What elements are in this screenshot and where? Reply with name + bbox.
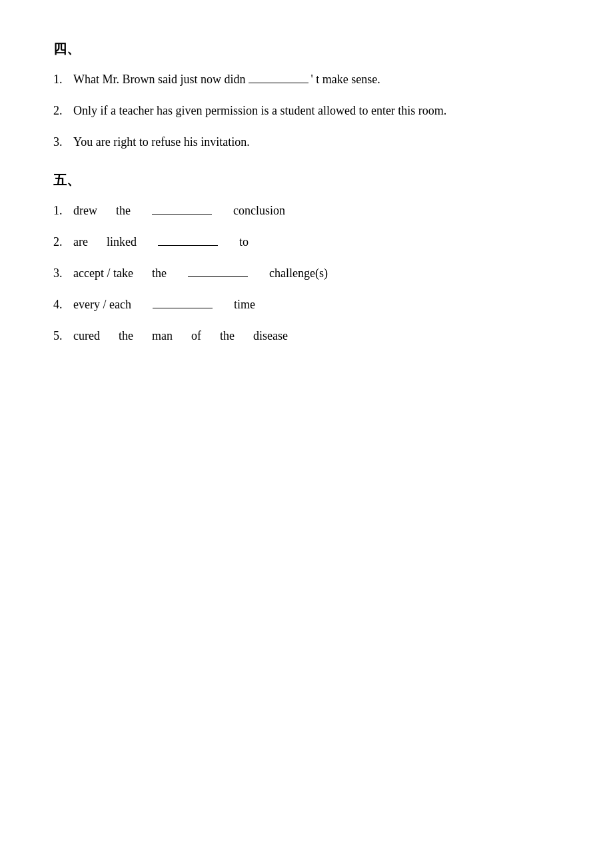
list-item: 4. every / each time [53, 295, 560, 314]
section-4: 四、 1. What Mr. Brown said just now didn'… [53, 40, 560, 151]
section-5-header: 五、 [53, 171, 560, 189]
list-item: 5. cured the man of the disease [53, 326, 560, 346]
item-content: You are right to refuse his invitation. [73, 133, 560, 152]
spaced-words: are linked to [73, 232, 249, 252]
blank-space [249, 83, 308, 83]
item-number: 5. [53, 326, 73, 346]
spaced-words: cured the man of the disease [73, 326, 288, 346]
section-5: 五、 1. drew the conclusion 2. are linked [53, 171, 560, 345]
list-item: 3. accept / take the challenge(s) [53, 264, 560, 283]
item-content: accept / take the challenge(s) [73, 264, 560, 283]
word: are [73, 232, 88, 252]
list-item: 1. What Mr. Brown said just now didn' t … [53, 70, 560, 89]
word: the [152, 264, 167, 283]
item-content: drew the conclusion [73, 201, 560, 220]
section-5-list: 1. drew the conclusion 2. are linked to [53, 201, 560, 345]
word: conclusion [233, 201, 285, 220]
word: the [116, 201, 131, 220]
word: of [191, 326, 201, 346]
item-number: 1. [53, 201, 73, 220]
word: disease [253, 326, 288, 346]
word: cured [73, 326, 100, 346]
section-4-list: 1. What Mr. Brown said just now didn' t … [53, 70, 560, 151]
spaced-words: every / each time [73, 295, 255, 314]
word: to [239, 232, 249, 252]
word: the [220, 326, 235, 346]
item-number: 1. [53, 70, 73, 89]
list-item: 3. You are right to refuse his invitatio… [53, 133, 560, 152]
word: man [152, 326, 173, 346]
item-content: are linked to [73, 232, 560, 252]
blank-space [158, 245, 218, 246]
section-4-header: 四、 [53, 40, 560, 58]
item-number: 3. [53, 133, 73, 152]
item-number: 2. [53, 232, 73, 252]
word: accept / take [73, 264, 133, 283]
word: linked [107, 232, 137, 252]
word: the [119, 326, 133, 346]
item-number: 2. [53, 101, 73, 121]
item-content: cured the man of the disease [73, 326, 560, 346]
list-item: 1. drew the conclusion [53, 201, 560, 220]
blank-space [188, 276, 248, 277]
blank-space [152, 214, 212, 215]
item-content: every / each time [73, 295, 560, 314]
item-number: 4. [53, 295, 73, 314]
word: challenge(s) [269, 264, 328, 283]
blank-space [153, 308, 213, 308]
word: every / each [73, 295, 131, 314]
item-content: Only if a teacher has given permission i… [73, 101, 560, 121]
word: time [234, 295, 255, 314]
list-item: 2. are linked to [53, 232, 560, 252]
spaced-words: accept / take the challenge(s) [73, 264, 328, 283]
item-number: 3. [53, 264, 73, 283]
word: drew [73, 201, 97, 220]
spaced-words: drew the conclusion [73, 201, 285, 220]
item-content: What Mr. Brown said just now didn' t mak… [73, 70, 560, 89]
list-item: 2. Only if a teacher has given permissio… [53, 101, 560, 121]
